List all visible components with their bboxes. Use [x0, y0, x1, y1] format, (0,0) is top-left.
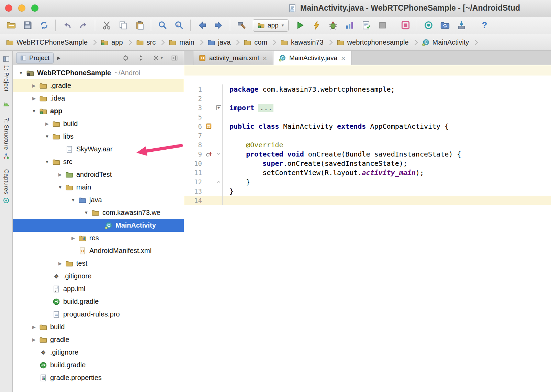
breadcrumb-item-main[interactable]: main	[169, 38, 194, 46]
find-button[interactable]	[154, 18, 171, 33]
code-line-2[interactable]: 2	[184, 94, 551, 103]
editor-body[interactable]: 1package com.kawasin73.webrtcphonesample…	[184, 65, 551, 392]
stop-button[interactable]	[374, 18, 391, 33]
copy-button[interactable]	[115, 18, 131, 33]
tree-row-skyway-aar[interactable]: SkyWay.aar	[13, 143, 184, 155]
expand-arrow-icon[interactable]: ▶	[42, 121, 53, 126]
coverage-button[interactable]	[358, 18, 374, 33]
apply-changes-button[interactable]	[308, 18, 325, 33]
breadcrumb-item-src[interactable]: src	[136, 38, 156, 46]
redo-button[interactable]	[75, 18, 92, 33]
forward-button[interactable]	[210, 18, 227, 33]
fold-expand-icon[interactable]: +	[216, 105, 221, 110]
code-line-10[interactable]: 10 super.onCreate(savedInstanceState);	[184, 159, 551, 168]
expand-arrow-icon[interactable]: ▶	[29, 337, 40, 342]
open-button[interactable]	[3, 18, 19, 33]
run-button[interactable]	[292, 18, 308, 33]
tree-row--gitignore[interactable]: .gitignore	[13, 270, 184, 283]
back-button[interactable]	[194, 18, 210, 33]
layout-inspector-button[interactable]	[397, 18, 414, 33]
tree-row-build-gradle[interactable]: build.gradle	[13, 295, 184, 308]
tree-row-src[interactable]: ▼src	[13, 155, 184, 168]
tree-row-androidmanifest-xml[interactable]: AndroidManifest.xml	[13, 244, 184, 257]
expand-arrow-icon[interactable]: ▼	[15, 70, 26, 76]
tree-row-androidtest[interactable]: ▶androidTest	[13, 168, 184, 181]
breadcrumb-item-java[interactable]: java	[208, 38, 231, 46]
tree-row-mainactivity[interactable]: CMainActivity	[13, 219, 184, 232]
editor-tab-mainactivity-java[interactable]: CMainActivity.java×	[273, 51, 351, 65]
code-line-9[interactable]: 9 protected void onCreate(Bundle savedIn…	[184, 149, 551, 159]
expand-arrow-icon[interactable]: ▶	[29, 83, 40, 88]
code-line-3[interactable]: 3+import ...	[184, 103, 551, 112]
tree-row-com-kawasin73-we[interactable]: ▼com.kawasin73.we	[13, 206, 184, 219]
sync-button[interactable]	[36, 18, 52, 33]
tree-row-build-gradle[interactable]: build.gradle	[13, 359, 184, 371]
gradle-sync-button[interactable]	[437, 18, 453, 33]
project-panel-tab[interactable]: Project	[16, 53, 54, 64]
zoom-window-button[interactable]	[31, 4, 38, 12]
stripe-button-structure[interactable]: 7: Structure	[3, 118, 10, 160]
stripe-button-android[interactable]	[3, 101, 10, 108]
breadcrumb-item-app[interactable]: app	[101, 38, 123, 46]
tree-row-test[interactable]: ▶test	[13, 257, 184, 270]
settings-button[interactable]: ▾	[150, 55, 165, 61]
collapse-all-button[interactable]	[135, 55, 147, 61]
avd-manager-button[interactable]	[420, 18, 437, 33]
breadcrumb-item-webrtcphonesample[interactable]: webrtcphonesample	[337, 38, 409, 46]
code-line-7[interactable]: 7	[184, 131, 551, 140]
save-button[interactable]	[19, 18, 36, 33]
tab-close-icon[interactable]: ×	[262, 55, 267, 62]
run-config-selector[interactable]: app▾	[253, 19, 289, 32]
expand-arrow-icon[interactable]: ▼	[55, 185, 66, 190]
editor-tab-activity-main-xml[interactable]: activity_main.xml×	[193, 51, 273, 65]
tree-row-main[interactable]: ▼main	[13, 181, 184, 194]
code-line-8[interactable]: 8 @Override	[184, 140, 551, 149]
expand-arrow-icon[interactable]: ▼	[42, 159, 53, 164]
expand-arrow-icon[interactable]: ▼	[81, 210, 92, 215]
code-line-5[interactable]: 5	[184, 112, 551, 122]
tree-row-gradle-properties[interactable]: gradle.properties	[13, 371, 184, 384]
expand-arrow-icon[interactable]: ▼	[42, 134, 53, 139]
paste-button[interactable]	[131, 18, 148, 33]
expand-arrow-icon[interactable]: ▶	[29, 96, 40, 101]
code-line-6[interactable]: 6public class MainActivity extends AppCo…	[184, 122, 551, 131]
tree-row--idea[interactable]: ▶.idea	[13, 92, 184, 105]
breadcrumb-item-com[interactable]: com	[244, 38, 267, 46]
hide-panel-button[interactable]	[169, 55, 180, 61]
tree-row-app-iml[interactable]: app.iml	[13, 283, 184, 295]
tab-close-icon[interactable]: ×	[341, 55, 346, 62]
tree-row-app[interactable]: ▼app	[13, 105, 184, 117]
expand-arrow-icon[interactable]: ▶	[29, 324, 40, 330]
code-line-14[interactable]: 14	[184, 196, 551, 205]
tree-row-gradle[interactable]: ▶gradle	[13, 333, 184, 346]
tree-row-webrtcphonesample[interactable]: ▼WebRTCPhoneSample~/Androi	[13, 67, 184, 79]
cut-button[interactable]	[98, 18, 115, 33]
panel-nav-arrow-icon[interactable]: ▶	[57, 55, 60, 60]
help-button[interactable]: ?	[476, 18, 493, 33]
expand-arrow-icon[interactable]: ▶	[55, 172, 66, 177]
build-button[interactable]	[233, 18, 250, 33]
tree-row--gitignore[interactable]: .gitignore	[13, 346, 184, 359]
minimize-window-button[interactable]	[18, 4, 25, 12]
breadcrumb-item-mainactivity[interactable]: CMainActivity	[422, 38, 469, 46]
expand-arrow-icon[interactable]: ▼	[68, 197, 79, 203]
breadcrumb-item-kawasin73[interactable]: kawasin73	[281, 38, 324, 46]
expand-arrow-icon[interactable]: ▶	[55, 261, 66, 266]
tree-row-build[interactable]: ▶build	[13, 321, 184, 333]
stripe-button-project[interactable]: 1: Project	[3, 56, 10, 92]
locate-file-button[interactable]	[120, 55, 132, 61]
debug-button[interactable]	[325, 18, 341, 33]
close-window-button[interactable]	[5, 4, 12, 12]
code-line-11[interactable]: 11 setContentView(R.layout.activity_main…	[184, 168, 551, 177]
breadcrumb-item-webrtcphonesample[interactable]: WebRTCPhoneSample	[6, 38, 88, 46]
undo-button[interactable]	[59, 18, 75, 33]
replace-button[interactable]: a	[171, 18, 187, 33]
expand-arrow-icon[interactable]: ▼	[29, 108, 40, 114]
tree-row-libs[interactable]: ▼libs	[13, 130, 184, 143]
tree-row-build[interactable]: ▶build	[13, 117, 184, 130]
expand-arrow-icon[interactable]: ▶	[68, 235, 79, 241]
code-line-1[interactable]: 1package com.kawasin73.webrtcphonesample…	[184, 84, 551, 94]
code-line-12[interactable]: 12 }	[184, 177, 551, 186]
tree-row-proguard-rules-pro[interactable]: proguard-rules.pro	[13, 308, 184, 321]
stripe-button-captures[interactable]: Captures	[3, 169, 10, 204]
